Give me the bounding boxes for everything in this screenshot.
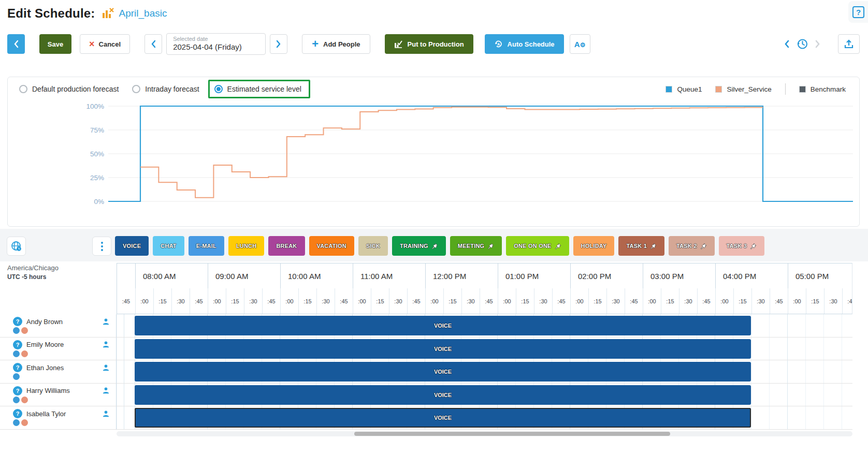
legend-item-benchmark[interactable]: Benchmark — [799, 85, 846, 93]
forecast-option-estimated-service-level[interactable]: Estimated service level — [208, 80, 310, 98]
employee-name-cell[interactable]: ?Andy Brown — [0, 314, 117, 338]
employee-info-icon[interactable]: ? — [13, 386, 22, 395]
history-controls — [784, 34, 860, 54]
activity-button-training[interactable]: TRAINING — [392, 236, 446, 256]
minute-tick-label: :30 — [389, 288, 407, 314]
activity-button-one-on-one[interactable]: ONE ON ONE — [506, 236, 569, 256]
schedule-name-link[interactable]: April_basic — [119, 8, 167, 19]
forecast-option-intraday-forecast[interactable]: Intraday forecast — [132, 85, 199, 93]
hour-label: 02:00 PM — [570, 263, 643, 288]
employee-timeline[interactable]: VOICE — [117, 406, 852, 430]
minute-tick-label: :30 — [606, 288, 625, 314]
redo-chevron-button[interactable] — [815, 40, 820, 48]
activity-button-task-2[interactable]: TASK 2 — [669, 236, 715, 256]
employee-name-cell[interactable]: ?Ethan Jones — [0, 360, 117, 384]
next-date-button[interactable] — [270, 34, 287, 54]
person-icon[interactable] — [102, 341, 110, 348]
employee-name-cell[interactable]: ?Isabella Tylor — [0, 406, 117, 430]
svg-text:A: A — [497, 42, 500, 47]
employee-name: Ethan Jones — [26, 364, 64, 372]
skill-dot — [13, 350, 20, 357]
activity-label: CHAT — [161, 243, 177, 249]
export-button[interactable] — [838, 34, 860, 54]
cancel-button[interactable]: × Cancel — [80, 34, 130, 54]
skill-dot — [21, 397, 28, 403]
back-button[interactable] — [7, 34, 25, 54]
employee-info-icon[interactable]: ? — [13, 317, 22, 326]
minute-tick-label: :45 — [552, 288, 570, 314]
activity-button-lunch[interactable]: LUNCH — [228, 236, 265, 256]
skill-dot — [21, 327, 28, 334]
employee-timeline[interactable]: VOICE — [117, 338, 852, 361]
put-to-production-button[interactable]: Put to Production — [385, 34, 473, 54]
activity-button-break[interactable]: BREAK — [268, 236, 305, 256]
add-people-button[interactable]: + Add People — [302, 34, 370, 54]
activity-button-holiday[interactable]: HOLIDAY — [573, 236, 615, 256]
employee-name-cell[interactable]: ?Harry Williams — [0, 384, 117, 407]
activities-menu-button[interactable] — [92, 237, 111, 256]
legend-label: Queue1 — [677, 85, 702, 93]
employee-info-icon[interactable]: ? — [13, 340, 22, 349]
minute-tick-label: :15 — [443, 288, 461, 314]
previous-date-button[interactable] — [144, 34, 162, 54]
activity-label: VACATION — [317, 243, 346, 249]
skill-dots — [13, 327, 110, 334]
employee-info-icon[interactable]: ? — [13, 409, 22, 418]
radio-icon[interactable] — [132, 85, 140, 93]
legend-divider — [785, 83, 786, 95]
activity-label: HOLIDAY — [581, 243, 607, 249]
person-icon[interactable] — [102, 318, 110, 326]
activity-button-task-1[interactable]: TASK 1 — [618, 236, 664, 256]
shift-bar-voice[interactable]: VOICE — [135, 316, 751, 335]
activity-button-chat[interactable]: CHAT — [153, 236, 184, 256]
activity-label: TRAINING — [400, 243, 428, 249]
shift-bar-label: VOICE — [434, 369, 452, 375]
activity-button-e-mail[interactable]: E-MAIL — [189, 236, 224, 256]
activity-button-meeting[interactable]: MEETING — [450, 236, 502, 256]
scrollbar-thumb[interactable] — [354, 432, 670, 436]
legend-swatch — [799, 86, 806, 93]
edit-schedule-page: Edit Schedule: April_basic ? Save × Canc… — [0, 0, 868, 469]
person-icon[interactable] — [102, 364, 110, 372]
shift-bar-voice[interactable]: VOICE — [135, 362, 751, 382]
timezone-globe-button[interactable] — [7, 237, 26, 256]
employee-name: Isabella Tylor — [26, 410, 66, 418]
radio-icon[interactable] — [19, 85, 27, 93]
minute-tick-label: :00 — [135, 288, 153, 314]
activity-button-sick[interactable]: SICK — [358, 236, 388, 256]
shift-bar-voice[interactable]: VOICE — [135, 339, 751, 359]
legend-item-queue1[interactable]: Queue1 — [666, 85, 702, 93]
employee-timeline[interactable]: VOICE — [117, 384, 852, 407]
employee-timeline[interactable]: VOICE — [117, 314, 852, 338]
activity-button-vacation[interactable]: VACATION — [309, 236, 354, 256]
help-button[interactable]: ? — [848, 1, 868, 23]
auto-schedule-button[interactable]: A Auto Schedule — [485, 34, 564, 54]
minute-tick-label: :30 — [824, 288, 842, 314]
page-title: Edit Schedule: — [7, 6, 95, 21]
person-icon[interactable] — [102, 387, 110, 394]
person-icon[interactable] — [102, 410, 110, 418]
history-clock-icon[interactable] — [795, 37, 809, 51]
minute-tick-label: :45 — [625, 288, 643, 314]
legend-item-silver_service[interactable]: Silver_Service — [715, 85, 771, 93]
shift-bar-label: VOICE — [434, 392, 452, 398]
activity-label: MEETING — [458, 243, 485, 249]
employee-timeline[interactable]: VOICE — [117, 360, 852, 384]
employee-info-icon[interactable]: ? — [13, 363, 22, 372]
save-button[interactable]: Save — [39, 34, 71, 54]
activity-button-voice[interactable]: VOICE — [115, 236, 149, 256]
shift-bar-voice[interactable]: VOICE — [135, 408, 751, 428]
undo-chevron-button[interactable] — [784, 40, 789, 48]
forecast-option-default-production-forecast[interactable]: Default production forecast — [19, 85, 119, 93]
date-picker[interactable]: Selected date 2025-04-04 (Friday) — [166, 33, 266, 55]
radio-icon[interactable] — [214, 85, 223, 93]
employee-name-cell[interactable]: ?Emily Moore — [0, 338, 117, 361]
legend-swatch — [715, 86, 722, 93]
y-tick-label: 100% — [86, 102, 104, 110]
employee-name: Emily Moore — [26, 341, 64, 348]
activity-settings-button[interactable]: A⚙ — [570, 34, 590, 54]
minute-tick-label: :15 — [298, 288, 316, 314]
shift-bar-voice[interactable]: VOICE — [135, 385, 751, 405]
activity-button-task-3[interactable]: TASK 3 — [719, 236, 765, 256]
minute-tick-label: :30 — [679, 288, 697, 314]
